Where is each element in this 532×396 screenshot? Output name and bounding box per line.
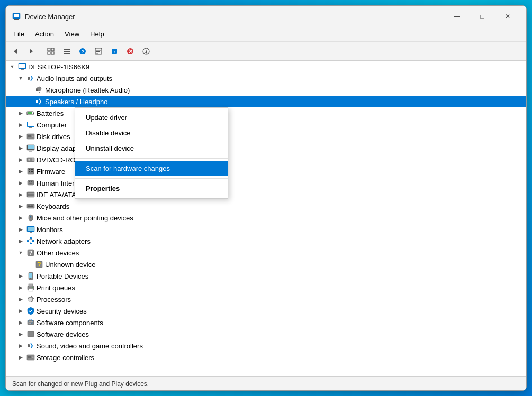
tree-root[interactable]: ▼ DESKTOP-1IS66K9 bbox=[6, 61, 526, 72]
expand-ide[interactable]: ▶ bbox=[16, 190, 25, 199]
svg-rect-50 bbox=[29, 171, 30, 172]
tree-item-speakers[interactable]: ▶ Speakers / Headpho bbox=[6, 96, 526, 107]
menu-help[interactable]: Help bbox=[85, 28, 110, 40]
tree-item-print[interactable]: ▶ Print queues bbox=[6, 282, 526, 293]
speakers-label: Speakers / Headpho bbox=[45, 98, 108, 106]
expand-audio[interactable]: ▼ bbox=[16, 74, 25, 82]
svg-rect-15 bbox=[96, 50, 101, 51]
security-label: Security devices bbox=[37, 307, 87, 315]
show-grid-button[interactable] bbox=[43, 44, 58, 59]
svg-rect-58 bbox=[28, 195, 34, 195]
content-area: ▼ DESKTOP-1IS66K9 ▼ bbox=[6, 61, 526, 376]
ctx-disable-device[interactable]: Disable device bbox=[75, 125, 228, 141]
tree-item-security[interactable]: ▶ Security devices bbox=[6, 305, 526, 317]
svg-rect-88 bbox=[29, 289, 33, 291]
audio-label: Audio inputs and outputs bbox=[37, 75, 112, 82]
storage-icon bbox=[26, 353, 35, 362]
printer-icon bbox=[26, 283, 35, 292]
unknown-icon bbox=[35, 260, 43, 269]
forward-button[interactable] bbox=[24, 44, 39, 59]
expand-batteries[interactable]: ▶ bbox=[16, 109, 25, 117]
tree-item-processors[interactable]: ▶ Processors bbox=[6, 293, 526, 305]
tree-item-network[interactable]: ▶ Network adapters bbox=[6, 235, 526, 247]
back-button[interactable] bbox=[8, 44, 23, 59]
context-menu: Update driver Disable device Uninstall d… bbox=[75, 107, 228, 199]
expand-sw-comp[interactable]: ▶ bbox=[16, 318, 25, 327]
svg-rect-33 bbox=[33, 113, 34, 114]
menu-view[interactable]: View bbox=[59, 28, 85, 40]
expand-portable[interactable]: ▶ bbox=[16, 272, 25, 280]
list-button[interactable] bbox=[59, 44, 74, 59]
tree-item-other[interactable]: ▼ ? Other devices bbox=[6, 247, 526, 259]
processor-icon bbox=[26, 295, 35, 303]
expand-hid[interactable]: ▶ bbox=[16, 179, 25, 187]
tree-item-sw-devices[interactable]: ▶ Software devices bbox=[6, 328, 526, 340]
network-label: Network adapters bbox=[37, 237, 91, 245]
ctx-scan-hardware[interactable]: Scan for hardware changes bbox=[75, 161, 228, 176]
dvd-icon bbox=[26, 155, 35, 164]
svg-rect-107 bbox=[28, 344, 30, 347]
svg-text:✕: ✕ bbox=[128, 48, 133, 54]
tree-item-monitors[interactable]: ▶ Monitors bbox=[6, 224, 526, 235]
tree-item-storage[interactable]: ▶ Storage controllers bbox=[6, 352, 526, 363]
svg-rect-75 bbox=[30, 243, 32, 244]
delete-button[interactable]: ✕ bbox=[123, 44, 138, 59]
properties-button[interactable] bbox=[91, 44, 106, 59]
expand-network[interactable]: ▶ bbox=[16, 237, 25, 245]
tree-item-unknown[interactable]: ▶ Unknown device bbox=[6, 259, 526, 270]
expand-root[interactable]: ▼ bbox=[8, 62, 16, 71]
ctx-properties[interactable]: Properties bbox=[75, 181, 228, 196]
expand-other[interactable]: ▼ bbox=[16, 248, 25, 257]
svg-rect-5 bbox=[48, 48, 50, 51]
tree-item-portable[interactable]: ▶ Portable Devices bbox=[6, 270, 526, 282]
expand-print[interactable]: ▶ bbox=[16, 283, 25, 292]
root-label: DESKTOP-1IS66K9 bbox=[28, 63, 89, 71]
expand-storage[interactable]: ▶ bbox=[16, 353, 25, 362]
update-driver-button[interactable]: ↑ bbox=[107, 44, 122, 59]
svg-point-68 bbox=[30, 216, 31, 217]
device-tree[interactable]: ▼ DESKTOP-1IS66K9 ▼ bbox=[6, 61, 526, 376]
tree-item-keyboards[interactable]: ▶ Keyboards bbox=[6, 200, 526, 212]
svg-rect-51 bbox=[31, 171, 33, 172]
svg-rect-47 bbox=[28, 168, 34, 174]
tree-item-sw-components[interactable]: ▶ Software components bbox=[6, 317, 526, 328]
tree-item-sound[interactable]: ▶ Sound, video and game controllers bbox=[6, 340, 526, 352]
network-icon bbox=[26, 237, 35, 245]
expand-security[interactable]: ▶ bbox=[16, 307, 25, 315]
ctx-uninstall-device[interactable]: Uninstall device bbox=[75, 141, 228, 156]
svg-rect-73 bbox=[27, 240, 29, 242]
ctx-update-driver[interactable]: Update driver bbox=[75, 110, 228, 125]
firmware-icon bbox=[26, 167, 35, 176]
expand-mice[interactable]: ▶ bbox=[16, 214, 25, 222]
expand-keyboards[interactable]: ▶ bbox=[16, 202, 25, 210]
expand-sound[interactable]: ▶ bbox=[16, 342, 25, 350]
help-button[interactable]: ? bbox=[75, 44, 90, 59]
expand-sw-dev[interactable]: ▶ bbox=[16, 330, 25, 338]
close-button[interactable]: ✕ bbox=[495, 8, 520, 25]
svg-rect-101 bbox=[29, 321, 33, 322]
tree-item-mice[interactable]: ▶ Mice and other pointing devices bbox=[6, 212, 526, 224]
svg-rect-31 bbox=[36, 100, 38, 103]
expand-firmware[interactable]: ▶ bbox=[16, 167, 25, 176]
expand-dvd[interactable]: ▶ bbox=[16, 155, 25, 164]
menu-action[interactable]: Action bbox=[30, 28, 59, 40]
minimize-button[interactable]: — bbox=[445, 8, 469, 25]
svg-rect-34 bbox=[28, 112, 32, 114]
expand-monitors[interactable]: ▶ bbox=[16, 225, 25, 234]
svg-point-89 bbox=[32, 287, 33, 288]
expand-processors[interactable]: ▶ bbox=[16, 295, 25, 303]
tree-item-audio[interactable]: ▼ Audio inputs and outputs bbox=[6, 72, 526, 84]
monitor-icon bbox=[26, 225, 35, 234]
expand-disk[interactable]: ▶ bbox=[16, 132, 25, 141]
svg-point-85 bbox=[30, 278, 31, 279]
scan-button[interactable] bbox=[139, 44, 154, 59]
expand-display[interactable]: ▶ bbox=[16, 144, 25, 152]
svg-rect-102 bbox=[29, 323, 31, 324]
expand-computer[interactable]: ▶ bbox=[16, 121, 25, 129]
menu-file[interactable]: File bbox=[8, 28, 30, 40]
status-label: Scan for changed or new Plug and Play de… bbox=[12, 380, 149, 388]
svg-rect-93 bbox=[28, 300, 29, 300]
maximize-button[interactable]: □ bbox=[470, 8, 494, 25]
tree-item-microphone[interactable]: ▶ Microphone (Realtek Audio) bbox=[6, 84, 526, 96]
svg-rect-62 bbox=[29, 205, 30, 206]
